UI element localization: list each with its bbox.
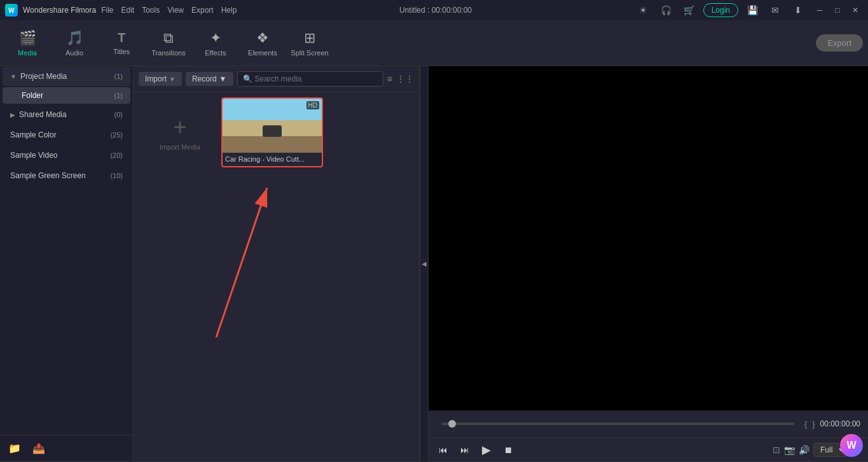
transitions-icon: ⧉	[163, 30, 174, 46]
toolbar-titles-label: Titles	[113, 48, 130, 55]
download-icon[interactable]: ⬇	[789, 1, 807, 19]
main-toolbar: 🎬 Media 🎵 Audio T Titles ⧉ Transitions ✦…	[0, 20, 868, 66]
menu-bar: File Edit Tools View Export Help	[101, 6, 237, 15]
filmora-badge: W	[840, 434, 863, 457]
skip-back-button[interactable]: ⏮	[436, 442, 450, 458]
audio-icon: 🎵	[66, 30, 83, 46]
grid-icon[interactable]: ⋮⋮	[396, 74, 414, 84]
snapshot-icon[interactable]: 📷	[784, 445, 795, 455]
main-layout: ▼ Project Media (1) Folder (1) ▶ Shared …	[0, 66, 868, 461]
toolbar-effects-label: Effects	[205, 49, 226, 57]
search-box: 🔍	[237, 71, 383, 87]
step-back-button[interactable]: ⏭	[458, 442, 472, 458]
media-grid: + Import Media HD Car Racing - Video Cut…	[134, 92, 419, 461]
stop-button[interactable]: ⏹	[501, 442, 515, 458]
content-area: Import ▼ Record ▼ 🔍 ≡ ⋮⋮ + Import Media	[134, 66, 420, 461]
seekbar[interactable]	[441, 423, 794, 425]
thumb-vehicle	[263, 125, 282, 137]
headphone-icon[interactable]: 🎧	[658, 1, 675, 19]
menu-export[interactable]: Export	[191, 6, 214, 15]
play-button[interactable]: ▶	[479, 440, 493, 459]
media-badge-hd: HD	[307, 101, 319, 109]
menu-file[interactable]: File	[101, 6, 113, 15]
sidebar-item-shared-media[interactable]: ▶ Shared Media (0)	[3, 105, 130, 124]
toolbar-media-label: Media	[18, 49, 37, 57]
sidebar-item-sample-video[interactable]: Sample Video (20)	[3, 146, 130, 165]
toolbar-elements-label: Elements	[248, 49, 277, 57]
sidebar-item-sample-color[interactable]: Sample Color (25)	[3, 125, 130, 144]
toolbar-media[interactable]: 🎬 Media	[5, 23, 50, 64]
save-icon[interactable]: 💾	[743, 1, 761, 19]
sidebar-project-media-label: Project Media	[20, 72, 67, 81]
toolbar-transitions[interactable]: ⧉ Transitions	[146, 23, 191, 64]
close-button[interactable]: ✕	[848, 3, 863, 18]
chevron-down-icon: ▼	[10, 73, 17, 80]
toolbar-audio[interactable]: 🎵 Audio	[52, 23, 97, 64]
toolbar-audio-label: Audio	[65, 49, 83, 57]
sidebar-sample-color-label: Sample Color	[10, 130, 57, 139]
sidebar-item-project-media[interactable]: ▼ Project Media (1)	[3, 67, 130, 86]
filter-icon[interactable]: ≡	[387, 74, 392, 84]
toolbar-transitions-label: Transitions	[151, 49, 185, 57]
record-button[interactable]: Record ▼	[186, 72, 233, 86]
collapse-handle[interactable]: ◀	[420, 66, 429, 461]
export-folder-button[interactable]: 📤	[29, 440, 48, 456]
media-item-car-racing[interactable]: HD Car Racing - Video Cutt...	[221, 97, 323, 167]
toolbar-titles[interactable]: T Titles	[99, 23, 144, 64]
preview-area: { } 00:00:00:00 ⏮ ⏭ ▶ ⏹ ⊡ 📷 🔊 Full ⛶	[429, 66, 868, 461]
chevron-right-icon: ▶	[10, 111, 15, 118]
menu-help[interactable]: Help	[221, 6, 237, 15]
preview-controls: { } 00:00:00:00	[429, 410, 868, 437]
menu-edit[interactable]: Edit	[121, 6, 135, 15]
title-bar-right: ☀ 🎧 🛒 Login 💾 ✉ ⬇ ─ □ ✕	[635, 1, 863, 19]
import-media-label: Import Media	[160, 143, 200, 151]
sun-icon[interactable]: ☀	[635, 1, 652, 19]
sidebar-folder-count: (1)	[114, 92, 123, 99]
project-title: Untitled : 00:00:00:00	[399, 6, 472, 15]
timecode: 00:00:00:00	[820, 419, 860, 428]
sidebar-shared-media-count: (0)	[114, 111, 123, 118]
elements-icon: ❖	[256, 30, 269, 46]
sidebar-sample-video-label: Sample Video	[10, 151, 58, 160]
toolbar-splitscreen[interactable]: ⊞ Split Screen	[287, 23, 332, 64]
volume-icon[interactable]: 🔊	[799, 445, 809, 455]
sidebar-sample-green-screen-count: (10)	[110, 172, 123, 179]
toolbar-elements[interactable]: ❖ Elements	[240, 23, 285, 64]
menu-tools[interactable]: Tools	[142, 6, 160, 15]
right-bracket[interactable]: }	[812, 419, 815, 429]
effects-icon: ✦	[210, 30, 221, 46]
login-button[interactable]: Login	[703, 3, 738, 17]
import-button[interactable]: Import ▼	[139, 72, 182, 86]
pip-icon[interactable]: ⊡	[773, 445, 780, 455]
sidebar-item-sample-green-screen[interactable]: Sample Green Screen (10)	[3, 166, 130, 185]
export-button[interactable]: Export	[816, 34, 863, 52]
seekbar-thumb[interactable]	[448, 420, 456, 428]
toolbar-effects[interactable]: ✦ Effects	[193, 23, 238, 64]
menu-view[interactable]: View	[167, 6, 184, 15]
import-dropdown-arrow: ▼	[169, 76, 176, 83]
minimize-button[interactable]: ─	[812, 3, 827, 18]
media-item-name: Car Racing - Video Cutt...	[223, 153, 322, 165]
preview-video	[429, 66, 868, 410]
media-icon: 🎬	[19, 30, 36, 46]
titles-icon: T	[118, 31, 125, 45]
search-icon: 🔍	[243, 74, 252, 83]
message-icon[interactable]: ✉	[766, 1, 784, 19]
app-logo: W	[5, 4, 18, 17]
sidebar: ▼ Project Media (1) Folder (1) ▶ Shared …	[0, 66, 134, 461]
plus-icon: +	[173, 114, 186, 141]
maximize-button[interactable]: □	[830, 3, 845, 18]
search-input[interactable]	[255, 74, 378, 83]
cart-icon[interactable]: 🛒	[680, 1, 698, 19]
content-toolbar: Import ▼ Record ▼ 🔍 ≡ ⋮⋮	[134, 66, 419, 92]
import-media-box[interactable]: + Import Media	[139, 97, 221, 167]
add-folder-button[interactable]: 📁	[5, 440, 24, 456]
record-dropdown-arrow: ▼	[219, 74, 227, 83]
sidebar-project-media-count: (1)	[114, 73, 123, 80]
title-bar-left: W Wondershare Filmora File Edit Tools Vi…	[5, 4, 237, 17]
left-bracket[interactable]: {	[804, 419, 807, 429]
sidebar-item-folder[interactable]: Folder (1)	[3, 87, 130, 104]
sidebar-folder-label: Folder	[22, 91, 43, 100]
sidebar-sample-video-count: (20)	[110, 151, 123, 159]
app-name: Wondershare Filmora	[23, 6, 96, 15]
